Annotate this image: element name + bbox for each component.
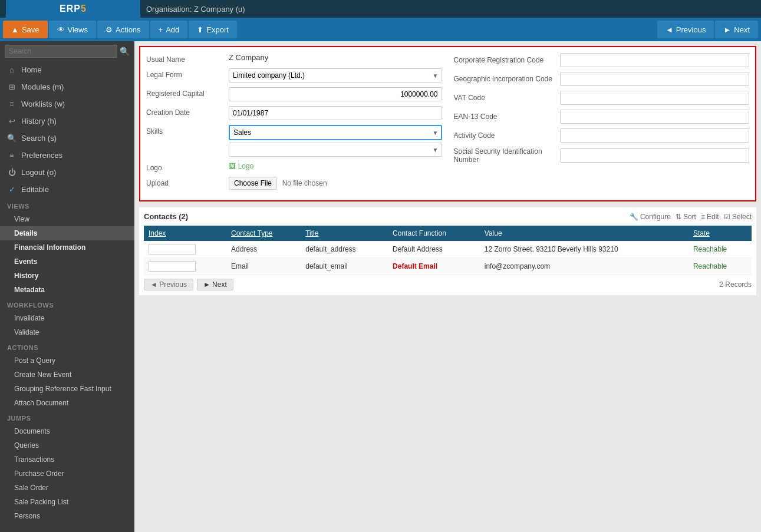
contacts-next-button[interactable]: ► Next <box>197 279 233 290</box>
contacts-title: Contacts (2) <box>144 212 188 221</box>
sidebar-item-post-query[interactable]: Post a Query <box>0 353 134 368</box>
sidebar-item-sale-packing[interactable]: Sale Packing List <box>0 495 134 509</box>
creation-date-label: Creation Date <box>146 106 229 117</box>
previous-button[interactable]: ◄ Previous <box>657 21 714 38</box>
views-icon: 👁 <box>57 25 65 34</box>
export-button[interactable]: ⬆ Export <box>189 21 237 38</box>
sidebar-item-transactions[interactable]: Transactions <box>0 452 134 467</box>
sidebar-search-area: 🔍 <box>0 41 134 61</box>
vat-input[interactable] <box>560 91 750 105</box>
sidebar-item-events[interactable]: Events <box>0 255 134 269</box>
table-row: Email default_email Default Email info@z… <box>144 258 752 275</box>
sidebar-item-documents[interactable]: Documents <box>0 424 134 438</box>
logo-text: Logo <box>238 162 254 170</box>
search-icon[interactable]: 🔍 <box>120 47 130 56</box>
col-index-link[interactable]: Index <box>149 229 166 237</box>
ean-row: EAN-13 Code <box>454 110 750 124</box>
sidebar-item-details[interactable]: Details <box>0 226 134 240</box>
registered-capital-input[interactable] <box>229 87 442 101</box>
select-icon: ☑ <box>724 213 730 221</box>
sidebar-item-attach-doc[interactable]: Attach Document <box>0 396 134 410</box>
sidebar-item-persons[interactable]: Persons <box>0 509 134 523</box>
skills-row: Skills Sales ▼ ▼ <box>146 125 442 157</box>
col-value: Value <box>480 226 688 241</box>
select-button[interactable]: ☑ Select <box>724 213 752 221</box>
search-input[interactable] <box>5 45 117 58</box>
row1-index-input[interactable] <box>149 244 196 255</box>
activity-row: Activity Code <box>454 128 750 143</box>
sidebar-item-view[interactable]: View <box>0 212 134 226</box>
skills-label: Skills <box>146 125 229 136</box>
row2-function: Default Email <box>388 258 480 275</box>
geographic-input[interactable] <box>560 72 750 86</box>
no-file-text: No file chosen <box>282 179 327 187</box>
sort-button[interactable]: ⇅ Sort <box>676 213 696 221</box>
col-title: Title <box>301 226 388 241</box>
save-icon: ▲ <box>11 25 19 34</box>
choose-file-button[interactable]: Choose File <box>229 177 277 190</box>
sidebar-item-purchase-order[interactable]: Purchase Order <box>0 467 134 481</box>
col-state: State <box>688 226 752 241</box>
pagination: ◄ Previous ► Next <box>144 279 233 290</box>
sidebar-item-modules[interactable]: ⊞ Modules (m) <box>0 78 134 95</box>
sidebar-item-home[interactable]: ⌂ Home <box>0 61 134 78</box>
sidebar-item-queries[interactable]: Queries <box>0 438 134 452</box>
top-header: ERP5 Organisation: Z Company (u) <box>0 0 761 18</box>
sidebar-item-create-event[interactable]: Create New Event <box>0 368 134 382</box>
table-row: Address default_address Default Address … <box>144 241 752 258</box>
form-container: Usual Name Z Company Legal Form Limited … <box>139 46 756 201</box>
sidebar-item-preferences[interactable]: ≡ Preferences <box>0 147 134 164</box>
corporate-reg-row: Corporate Registration Code <box>454 53 750 67</box>
sidebar-item-worklists[interactable]: ≡ Worklists (w) <box>0 95 134 113</box>
preferences-icon: ≡ <box>7 151 17 160</box>
actions-icon: ⚙ <box>106 25 113 34</box>
row1-state: Reachable <box>688 241 752 258</box>
contacts-prev-button[interactable]: ◄ Previous <box>144 279 193 290</box>
row2-title: default_email <box>301 258 388 275</box>
usual-name-label: Usual Name <box>146 53 229 64</box>
contacts-section: Contacts (2) 🔧 Configure ⇅ Sort ≡ Edit <box>139 207 756 295</box>
row1-title: default_address <box>301 241 388 258</box>
col-title-link[interactable]: Title <box>305 229 318 237</box>
legal-form-select[interactable]: Limited company (Ltd.) <box>229 68 442 82</box>
sidebar-item-logout[interactable]: ⏻ Logout (o) <box>0 164 134 181</box>
col-state-link[interactable]: State <box>693 229 710 237</box>
col-function: Contact Function <box>388 226 480 241</box>
sidebar-item-editable[interactable]: ✓ Editable <box>0 181 134 198</box>
edit-button[interactable]: ≡ Edit <box>701 213 719 221</box>
history-icon: ↩ <box>7 117 17 125</box>
geographic-label: Geographic Incorporation Code <box>454 75 560 83</box>
row2-contact-type: Email <box>226 258 301 275</box>
sidebar-item-metadata[interactable]: Metadata <box>0 283 134 297</box>
sidebar-item-search[interactable]: 🔍 Search (s) <box>0 130 134 147</box>
row2-index-input[interactable] <box>149 261 196 272</box>
skills-select[interactable]: Sales <box>229 125 442 140</box>
next-button[interactable]: ► Next <box>715 21 758 38</box>
creation-date-input[interactable] <box>229 106 442 120</box>
sidebar-item-financial[interactable]: Financial Information <box>0 240 134 255</box>
social-security-label: Social Security Identification Number <box>454 147 560 164</box>
sidebar-item-invalidate[interactable]: Invalidate <box>0 311 134 325</box>
sidebar-item-history-sub[interactable]: History <box>0 269 134 283</box>
corporate-reg-input[interactable] <box>560 53 750 67</box>
editable-icon: ✓ <box>7 185 17 194</box>
sidebar: 🔍 ⌂ Home ⊞ Modules (m) ≡ Worklists (w) ↩… <box>0 41 134 532</box>
ean-input[interactable] <box>560 110 750 124</box>
col-contact-type-link[interactable]: Contact Type <box>231 229 273 237</box>
activity-input[interactable] <box>560 128 750 143</box>
prev-icon: ◄ <box>666 25 673 34</box>
vat-row: VAT Code <box>454 91 750 105</box>
add-button[interactable]: + Add <box>150 21 188 38</box>
views-button[interactable]: 👁 Views <box>49 21 96 38</box>
worklists-icon: ≡ <box>7 100 17 108</box>
contacts-actions: 🔧 Configure ⇅ Sort ≡ Edit ☑ Select <box>630 213 752 221</box>
configure-button[interactable]: 🔧 Configure <box>630 213 671 221</box>
sidebar-item-sale-order[interactable]: Sale Order <box>0 481 134 495</box>
sidebar-item-grouping-ref[interactable]: Grouping Reference Fast Input <box>0 382 134 396</box>
social-security-input[interactable] <box>560 148 750 163</box>
sidebar-item-validate[interactable]: Validate <box>0 325 134 339</box>
sidebar-item-history[interactable]: ↩ History (h) <box>0 113 134 130</box>
skills-extra-select[interactable] <box>229 143 442 157</box>
save-button[interactable]: ▲ Save <box>3 21 48 38</box>
actions-button[interactable]: ⚙ Actions <box>97 21 149 38</box>
